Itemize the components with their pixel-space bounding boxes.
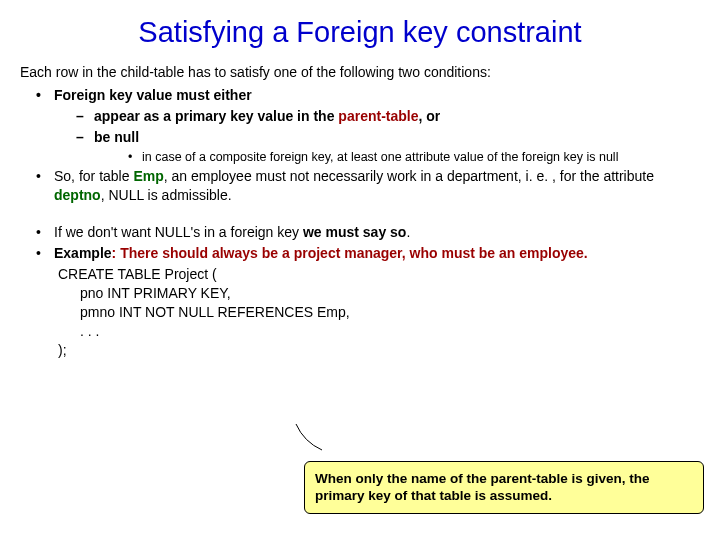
deptno-term: deptno	[54, 187, 101, 203]
code-block: CREATE TABLE Project ( pno INT PRIMARY K…	[20, 265, 700, 359]
bullet-fk-value-text: Foreign key value must either	[54, 87, 252, 103]
no-null-bold: we must say so	[303, 224, 407, 240]
example-text-pre: : There should always be a project manag…	[112, 245, 442, 261]
so-post: , NULL is admissible.	[101, 187, 232, 203]
example-label: Example	[54, 245, 112, 261]
sub-appear-pre: appear as a primary key value in the	[94, 108, 338, 124]
bullet-fk-value: Foreign key value must either appear as …	[36, 86, 700, 166]
note-composite: in case of a composite foreign key, at l…	[128, 149, 700, 166]
code-line-2: pno INT PRIMARY KEY,	[58, 284, 700, 303]
bullet-list-2: If we don't want NULL's in a foreign key…	[20, 223, 700, 263]
sub-appear-as-pk: appear as a primary key value in the par…	[76, 107, 700, 126]
note-list: in case of a composite foreign key, at l…	[94, 149, 700, 166]
sub-be-null-text: be null	[94, 129, 139, 145]
lead-text: Each row in the child-table has to satis…	[20, 63, 700, 82]
example-text-post: be an employee.	[475, 245, 588, 261]
code-line-5: );	[58, 341, 700, 360]
bullet-example: Example: There should always be a projec…	[36, 244, 700, 263]
example-text-bold: must	[441, 245, 474, 261]
code-line-3: pmno INT NOT NULL REFERENCES Emp,	[58, 303, 700, 322]
sub-list-either: appear as a primary key value in the par…	[54, 107, 700, 166]
emp-term: Emp	[133, 168, 163, 184]
slide-title: Satisfying a Foreign key constraint	[20, 10, 700, 63]
bullet-list: Foreign key value must either appear as …	[20, 86, 700, 205]
no-null-post: .	[406, 224, 410, 240]
code-line-1: CREATE TABLE Project (	[58, 265, 700, 284]
sub-be-null: be null in case of a composite foreign k…	[76, 128, 700, 166]
sub-appear-post: , or	[418, 108, 440, 124]
callout-box: When only the name of the parent-table i…	[304, 461, 704, 514]
slide-body: Each row in the child-table has to satis…	[20, 63, 700, 359]
code-line-4: . . .	[58, 322, 700, 341]
spacer	[20, 207, 700, 221]
bullet-no-null: If we don't want NULL's in a foreign key…	[36, 223, 700, 242]
no-null-pre: If we don't want NULL's in a foreign key	[54, 224, 303, 240]
parent-table-term: parent-table	[338, 108, 418, 124]
callout-connector	[294, 422, 324, 452]
so-mid: , an employee must not necessarily work …	[164, 168, 654, 184]
slide: Satisfying a Foreign key constraint Each…	[0, 0, 720, 540]
so-pre: So, for table	[54, 168, 133, 184]
bullet-so-emp: So, for table Emp, an employee must not …	[36, 167, 700, 205]
